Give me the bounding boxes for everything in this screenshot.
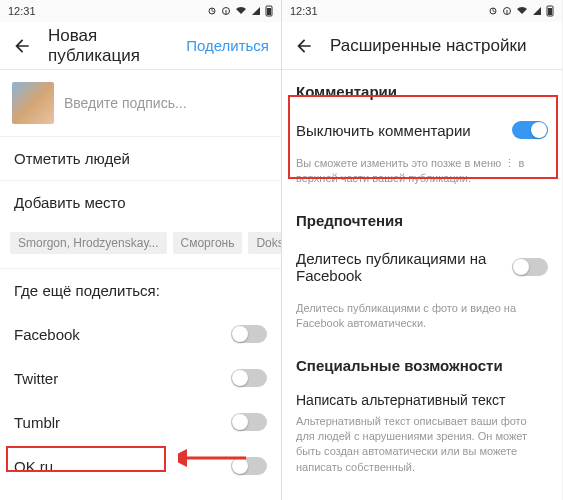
alt-text-desc: Альтернативный текст описывает ваши фото… [282,410,562,488]
status-bar: 12:31 [282,0,562,22]
page-title: Расширенные настройки [330,36,550,56]
tumblr-toggle[interactable] [231,413,267,431]
turn-off-comments-row: Выключить комментарии [282,108,562,152]
advanced-settings-link[interactable]: Расширенные настройки [0,488,281,500]
caption-input[interactable]: Введите подпись... [64,95,187,111]
fb-share-toggle[interactable] [512,258,548,276]
twitter-toggle[interactable] [231,369,267,387]
location-chips: Smorgon, Hrodzyenskay... Сморгонь Dokshi… [0,224,281,269]
facebook-toggle[interactable] [231,325,267,343]
tag-people-row[interactable]: Отметить людей [0,137,281,181]
svg-rect-8 [548,8,552,15]
share-button[interactable]: Поделиться [186,37,269,54]
share-facebook: Facebook [0,312,281,356]
caption-row: Введите подпись... [0,70,281,137]
chip[interactable]: Dokshitsy, Vitsyeb... [248,232,281,254]
chip[interactable]: Smorgon, Hrodzyenskay... [10,232,167,254]
turn-off-comments-toggle[interactable] [512,121,548,139]
status-icons [207,5,273,17]
turn-off-desc: Вы сможете изменить это позже в меню ⋮ в… [282,152,562,199]
status-bar: 12:31 [0,0,281,22]
status-time: 12:31 [290,5,318,17]
header: Новая публикация Поделиться [0,22,281,70]
status-time: 12:31 [8,5,36,17]
fb-share-row: Делитесь публикациями на Facebook [282,237,562,297]
status-icons [488,5,554,17]
share-also-label: Где ещё поделиться: [0,269,281,312]
svg-rect-3 [267,8,271,15]
brand-section: Брендированный контент [282,487,562,500]
fb-share-desc: Делитесь публикациями с фото и видео на … [282,297,562,344]
header: Расширенные настройки [282,22,562,70]
share-tumblr: Tumblr [0,400,281,444]
comments-section: Комментарии [282,70,562,108]
photo-thumbnail[interactable] [12,82,54,124]
chip[interactable]: Сморгонь [173,232,243,254]
share-twitter: Twitter [0,356,281,400]
prefs-section: Предпочтения [282,199,562,237]
alt-text-row[interactable]: Написать альтернативный текст [282,382,562,410]
page-title: Новая публикация [48,26,170,66]
back-icon[interactable] [294,36,314,56]
accessibility-section: Специальные возможности [282,344,562,382]
back-icon[interactable] [12,36,32,56]
arrow-icon [178,448,248,468]
add-location-row[interactable]: Добавить место [0,181,281,224]
